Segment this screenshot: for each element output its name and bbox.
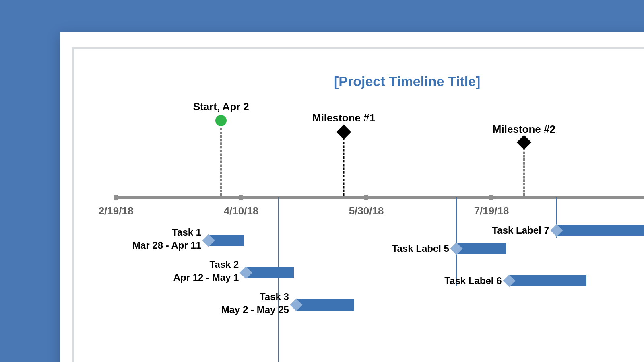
axis-tick — [114, 195, 118, 200]
task-bar — [246, 267, 293, 278]
milestone-diamond-icon — [336, 125, 351, 140]
milestone-diamond-icon — [516, 135, 531, 150]
task-date-range: May 2 - May 25 — [221, 304, 289, 315]
task-name: Task Label 5 — [392, 243, 449, 254]
task-date-range: Mar 28 - Apr 11 — [132, 240, 201, 251]
document-paper: [Project Timeline Title] 2/19/184/10/185… — [60, 32, 644, 362]
axis-tick — [239, 195, 243, 200]
task-name: Task 3 — [260, 291, 289, 302]
task-group-connector — [278, 197, 279, 362]
axis-tick — [489, 195, 493, 200]
axis-tick-label: 4/10/18 — [224, 205, 259, 217]
task-bar — [509, 275, 587, 286]
task-name: Task 1 — [172, 227, 201, 238]
axis-line — [116, 196, 644, 199]
milestone-label: Milestone #2 — [493, 123, 555, 136]
axis-tick — [364, 195, 368, 200]
task-name: Task Label 6 — [444, 275, 502, 286]
task-name: Task 2 — [210, 259, 239, 270]
milestone-connector — [523, 148, 524, 196]
task-bar — [557, 225, 644, 236]
axis-tick-label: 5/30/18 — [349, 205, 384, 217]
milestone-connector — [343, 138, 345, 196]
task-bar — [456, 243, 506, 254]
timeline-canvas: [Project Timeline Title] 2/19/184/10/185… — [72, 47, 644, 362]
task-group-connector — [456, 197, 457, 286]
axis-tick-label: 7/19/18 — [474, 205, 509, 217]
task-name: Task Label 7 — [492, 225, 549, 236]
task-bar — [296, 299, 354, 311]
milestone-label: Start, Apr 2 — [193, 101, 249, 113]
chart-title: [Project Timeline Title] — [334, 74, 480, 89]
milestone-connector — [221, 128, 222, 196]
milestone-label: Milestone #1 — [312, 112, 375, 124]
milestone-circle-icon — [215, 115, 227, 126]
task-date-range: Apr 12 - May 1 — [173, 272, 239, 283]
axis-tick-label: 2/19/18 — [99, 205, 134, 217]
